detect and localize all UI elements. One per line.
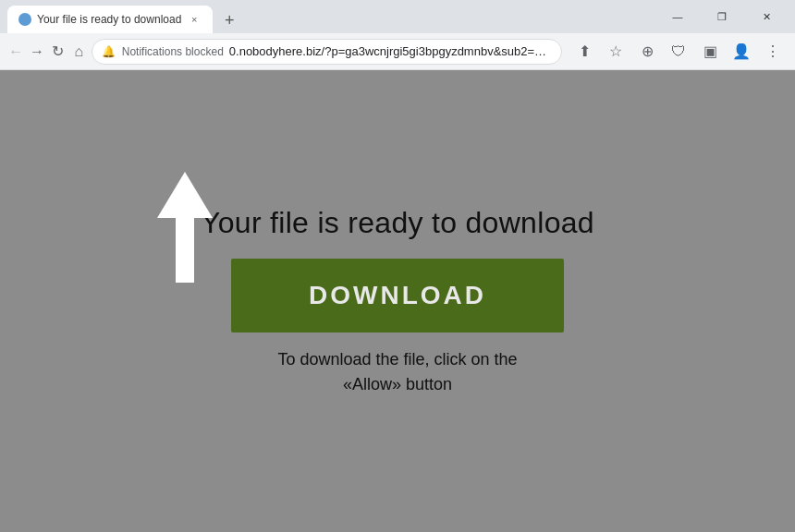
bookmark-button[interactable]: ☆ [601,37,630,66]
toolbar-icons: ⬆ ☆ ⊕ 🛡 ▣ 👤 ⋮ [569,37,788,66]
active-tab[interactable]: Your file is ready to download × [7,6,213,33]
tab-close-button[interactable]: × [187,12,202,27]
new-tab-button[interactable]: + [216,7,242,33]
arrow-indicator [148,172,222,283]
back-button[interactable]: ← [7,37,25,66]
nav-bar: ← → ↻ ⌂ 🔔 Notifications blocked 0.nobody… [0,33,795,70]
sub-text-line1: To download the file, click on the [277,347,517,372]
svg-marker-0 [157,172,213,283]
window-controls: — ❐ ✕ [656,0,788,33]
home-button[interactable]: ⌂ [70,37,88,66]
tab-title: Your file is ready to download [37,13,181,26]
download-button[interactable]: DOWNLOAD [231,259,564,332]
sub-text-line2: «Allow» button [277,372,517,397]
address-bar[interactable]: 🔔 Notifications blocked 0.nobodyhere.biz… [92,39,562,65]
title-bar: Your file is ready to download × + — ❐ ✕ [0,0,795,33]
menu-button[interactable]: ⋮ [758,37,788,66]
shield-button[interactable]: 🛡 [664,37,693,66]
maximize-button[interactable]: ❐ [701,0,743,33]
notification-bell-icon: 🔔 [102,44,116,59]
page-content: Your file is ready to download DOWNLOAD … [0,70,795,532]
tab-strip: Your file is ready to download × + [7,0,656,33]
profile-button[interactable]: 👤 [727,37,756,66]
sub-text: To download the file, click on the «Allo… [277,347,517,397]
notifications-blocked-label: Notifications blocked [122,45,224,58]
extensions-button[interactable]: ⊕ [632,37,662,66]
page-heading: Your file is ready to download [201,206,594,240]
share-button[interactable]: ⬆ [569,37,599,66]
minimize-button[interactable]: — [656,0,699,33]
forward-button[interactable]: → [29,37,46,66]
tab-favicon [18,13,31,26]
close-button[interactable]: ✕ [745,0,788,33]
side-panel-button[interactable]: ▣ [695,37,725,66]
url-display: 0.nobodyhere.biz/?p=ga3wcnjrgi5gi3bpgyzd… [229,44,552,58]
refresh-button[interactable]: ↻ [49,37,67,66]
